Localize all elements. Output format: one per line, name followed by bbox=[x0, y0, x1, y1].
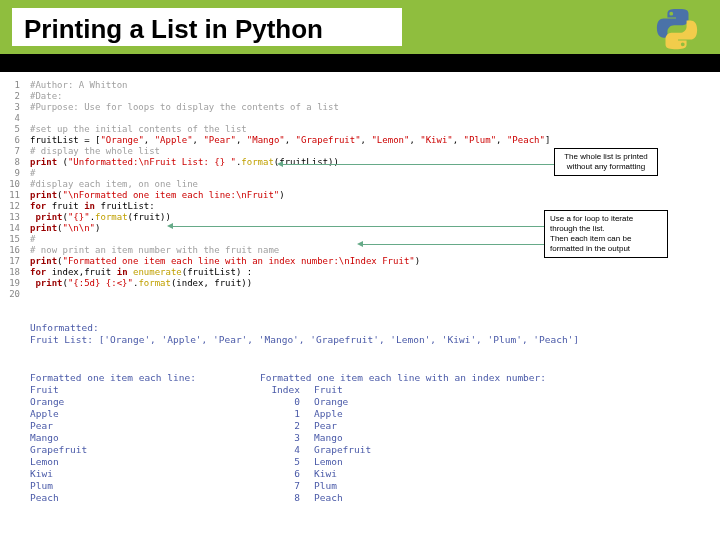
callout-for-loop: Use a for loop to iterate through the li… bbox=[544, 210, 668, 258]
output-formatted-list: Formatted one item each line:FruitOrange… bbox=[30, 372, 196, 504]
slide-header: Printing a List in Python bbox=[0, 0, 720, 72]
out1-line1: Unformatted: bbox=[30, 322, 579, 334]
python-logo-icon bbox=[654, 6, 700, 56]
out1-line2: Fruit List: ['Orange', 'Apple', 'Pear', … bbox=[30, 334, 579, 346]
code-block: 1#Author: A Whitton2#Date:3#Purpose: Use… bbox=[2, 80, 550, 300]
arrow-1 bbox=[280, 164, 554, 165]
output-unformatted: Unformatted: Fruit List: ['Orange', 'App… bbox=[30, 322, 579, 346]
header-black-bar bbox=[0, 54, 720, 72]
output-indexed-list: Formatted one item each line with an ind… bbox=[260, 372, 546, 504]
slide-title: Printing a List in Python bbox=[24, 14, 323, 45]
arrow-2 bbox=[170, 226, 544, 227]
callout-whole-list: The whole list is printed without any fo… bbox=[554, 148, 658, 176]
arrow-3 bbox=[360, 244, 544, 245]
